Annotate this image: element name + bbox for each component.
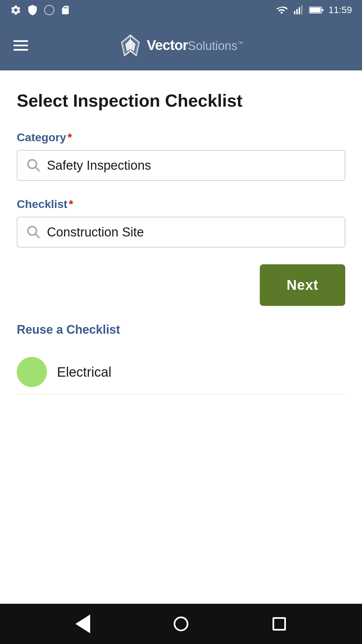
status-icons-right: 11:59 [275,4,352,16]
category-input[interactable] [47,158,337,173]
back-icon [75,614,90,633]
home-icon [174,616,188,631]
wifi-icon [275,4,288,16]
status-time: 11:59 [328,5,352,15]
category-field-group: Category* [17,131,345,181]
status-bar: 11:59 [0,0,362,20]
settings-icon [10,4,21,16]
checklist-item-text: Electrical [57,365,111,380]
nav-home-button[interactable] [171,614,191,634]
page-title: Select Inspection Checklist [17,91,345,111]
category-label: Category* [17,131,345,144]
list-item[interactable]: Electrical [17,350,345,394]
signal-icon [293,4,304,16]
svg-point-0 [45,5,54,15]
main-content: Select Inspection Checklist Category* Ch… [0,70,362,414]
svg-rect-6 [322,9,323,11]
shield-icon [27,4,38,16]
sd-card-icon [60,4,70,16]
category-input-wrapper[interactable] [17,150,345,181]
nav-back-button[interactable] [73,614,93,634]
svg-rect-3 [299,7,300,14]
checklist-input[interactable] [47,225,337,239]
checklist-field-group: Checklist* [17,198,345,248]
logo-vector-text: Vector [147,37,188,53]
svg-rect-4 [301,5,302,14]
logo-solutions-text: Solutions™ [188,39,243,53]
logo-text: VectorSolutions™ [147,37,244,53]
checklist-item-icon [17,357,47,387]
app-header: VectorSolutions™ [0,20,362,70]
recents-icon [273,617,286,631]
category-search-icon [25,157,40,173]
checklist-label: Checklist* [17,198,345,211]
status-icons-left [10,4,70,16]
button-row: Next [17,264,345,306]
hamburger-line-3 [13,49,28,51]
checklist-search-icon [25,224,40,240]
next-button[interactable]: Next [260,264,345,306]
hamburger-line-2 [13,45,28,46]
battery-icon [309,5,324,15]
category-required: * [67,131,72,144]
logo: VectorSolutions™ [42,34,320,57]
svg-rect-7 [310,8,321,12]
nav-recents-button[interactable] [269,614,289,634]
svg-line-15 [36,234,39,237]
checklist-required: * [69,198,73,211]
svg-rect-2 [296,9,298,14]
svg-rect-1 [294,11,295,14]
checklist-input-wrapper[interactable] [17,217,345,248]
circle-icon [44,4,55,16]
reuse-section-label: Reuse a Checklist [17,323,345,337]
bottom-nav [0,604,362,644]
hamburger-line-1 [13,40,28,42]
svg-line-13 [36,167,39,171]
logo-icon [119,34,142,57]
hamburger-menu[interactable] [13,40,28,51]
